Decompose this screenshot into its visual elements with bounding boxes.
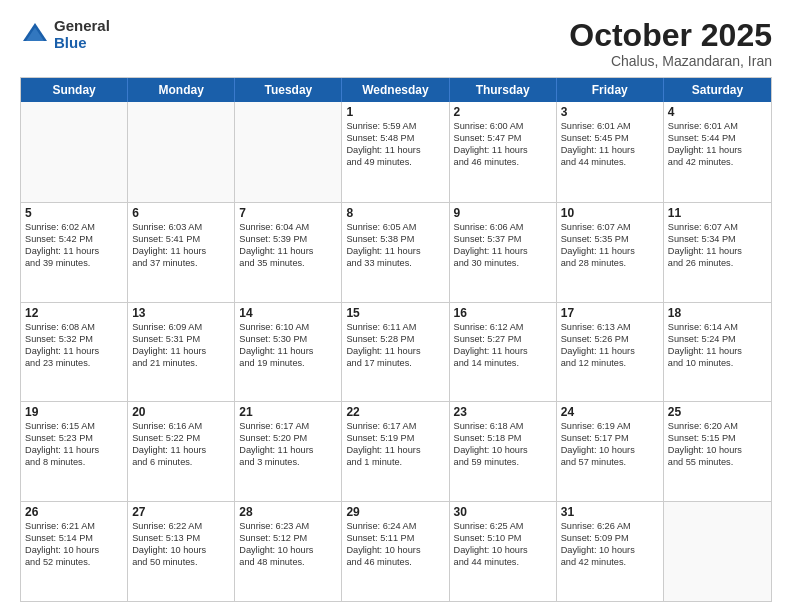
calendar-cell	[664, 502, 771, 601]
cell-info-line: Sunrise: 6:06 AM	[454, 222, 552, 234]
cell-info-line: Sunset: 5:28 PM	[346, 334, 444, 346]
cell-info-line: and 39 minutes.	[25, 258, 123, 270]
calendar-cell: 3Sunrise: 6:01 AMSunset: 5:45 PMDaylight…	[557, 102, 664, 202]
cell-info-line: Sunrise: 6:07 AM	[668, 222, 767, 234]
cell-info-line: and 19 minutes.	[239, 358, 337, 370]
cell-info-line: Sunset: 5:39 PM	[239, 234, 337, 246]
day-number: 11	[668, 206, 767, 220]
cell-info-line: Daylight: 10 hours	[454, 445, 552, 457]
calendar-cell: 19Sunrise: 6:15 AMSunset: 5:23 PMDayligh…	[21, 402, 128, 501]
cell-info-line: Daylight: 11 hours	[561, 145, 659, 157]
cell-info-line: Sunrise: 5:59 AM	[346, 121, 444, 133]
cell-info-line: Sunset: 5:23 PM	[25, 433, 123, 445]
weekday-header: Saturday	[664, 78, 771, 102]
calendar-week-row: 12Sunrise: 6:08 AMSunset: 5:32 PMDayligh…	[21, 302, 771, 402]
cell-info-line: and 12 minutes.	[561, 358, 659, 370]
calendar-week-row: 5Sunrise: 6:02 AMSunset: 5:42 PMDaylight…	[21, 202, 771, 302]
calendar-cell: 14Sunrise: 6:10 AMSunset: 5:30 PMDayligh…	[235, 303, 342, 402]
cell-info-line: Daylight: 11 hours	[346, 145, 444, 157]
day-number: 29	[346, 505, 444, 519]
day-number: 27	[132, 505, 230, 519]
cell-info-line: Daylight: 10 hours	[561, 545, 659, 557]
cell-info-line: and 59 minutes.	[454, 457, 552, 469]
cell-info-line: Daylight: 11 hours	[132, 246, 230, 258]
cell-info-line: Sunrise: 6:15 AM	[25, 421, 123, 433]
cell-info-line: and 21 minutes.	[132, 358, 230, 370]
calendar-cell: 6Sunrise: 6:03 AMSunset: 5:41 PMDaylight…	[128, 203, 235, 302]
calendar-cell: 15Sunrise: 6:11 AMSunset: 5:28 PMDayligh…	[342, 303, 449, 402]
cell-info-line: Sunset: 5:32 PM	[25, 334, 123, 346]
calendar-cell: 17Sunrise: 6:13 AMSunset: 5:26 PMDayligh…	[557, 303, 664, 402]
calendar-cell: 8Sunrise: 6:05 AMSunset: 5:38 PMDaylight…	[342, 203, 449, 302]
day-number: 5	[25, 206, 123, 220]
calendar-cell: 13Sunrise: 6:09 AMSunset: 5:31 PMDayligh…	[128, 303, 235, 402]
cell-info-line: Daylight: 11 hours	[132, 445, 230, 457]
cell-info-line: Sunrise: 6:08 AM	[25, 322, 123, 334]
day-number: 26	[25, 505, 123, 519]
cell-info-line: Sunrise: 6:04 AM	[239, 222, 337, 234]
cell-info-line: Sunrise: 6:07 AM	[561, 222, 659, 234]
cell-info-line: Sunrise: 6:02 AM	[25, 222, 123, 234]
cell-info-line: and 55 minutes.	[668, 457, 767, 469]
calendar-cell: 11Sunrise: 6:07 AMSunset: 5:34 PMDayligh…	[664, 203, 771, 302]
day-number: 28	[239, 505, 337, 519]
calendar-cell: 12Sunrise: 6:08 AMSunset: 5:32 PMDayligh…	[21, 303, 128, 402]
cell-info-line: Daylight: 11 hours	[454, 346, 552, 358]
day-number: 2	[454, 105, 552, 119]
calendar-header: SundayMondayTuesdayWednesdayThursdayFrid…	[21, 78, 771, 102]
day-number: 13	[132, 306, 230, 320]
cell-info-line: Sunset: 5:10 PM	[454, 533, 552, 545]
day-number: 14	[239, 306, 337, 320]
cell-info-line: Daylight: 10 hours	[25, 545, 123, 557]
cell-info-line: Sunrise: 6:24 AM	[346, 521, 444, 533]
logo: General Blue	[20, 18, 110, 51]
cell-info-line: Sunrise: 6:01 AM	[668, 121, 767, 133]
day-number: 21	[239, 405, 337, 419]
cell-info-line: Sunrise: 6:11 AM	[346, 322, 444, 334]
cell-info-line: and 35 minutes.	[239, 258, 337, 270]
cell-info-line: Sunrise: 6:21 AM	[25, 521, 123, 533]
day-number: 9	[454, 206, 552, 220]
cell-info-line: Sunset: 5:38 PM	[346, 234, 444, 246]
cell-info-line: Sunrise: 6:18 AM	[454, 421, 552, 433]
cell-info-line: and 1 minute.	[346, 457, 444, 469]
cell-info-line: Sunrise: 6:01 AM	[561, 121, 659, 133]
cell-info-line: Daylight: 11 hours	[561, 346, 659, 358]
cell-info-line: Sunset: 5:24 PM	[668, 334, 767, 346]
cell-info-line: Sunset: 5:30 PM	[239, 334, 337, 346]
cell-info-line: Sunrise: 6:13 AM	[561, 322, 659, 334]
cell-info-line: Daylight: 10 hours	[132, 545, 230, 557]
day-number: 6	[132, 206, 230, 220]
cell-info-line: Sunrise: 6:19 AM	[561, 421, 659, 433]
cell-info-line: and 49 minutes.	[346, 157, 444, 169]
cell-info-line: and 46 minutes.	[346, 557, 444, 569]
page: General Blue October 2025 Chalus, Mazand…	[0, 0, 792, 612]
cell-info-line: and 46 minutes.	[454, 157, 552, 169]
day-number: 16	[454, 306, 552, 320]
cell-info-line: Daylight: 11 hours	[454, 246, 552, 258]
cell-info-line: Daylight: 10 hours	[668, 445, 767, 457]
day-number: 15	[346, 306, 444, 320]
location-subtitle: Chalus, Mazandaran, Iran	[569, 53, 772, 69]
cell-info-line: Daylight: 11 hours	[346, 346, 444, 358]
cell-info-line: Sunrise: 6:00 AM	[454, 121, 552, 133]
cell-info-line: and 50 minutes.	[132, 557, 230, 569]
cell-info-line: Sunset: 5:48 PM	[346, 133, 444, 145]
weekday-header: Wednesday	[342, 78, 449, 102]
calendar-week-row: 1Sunrise: 5:59 AMSunset: 5:48 PMDaylight…	[21, 102, 771, 202]
calendar-cell: 2Sunrise: 6:00 AMSunset: 5:47 PMDaylight…	[450, 102, 557, 202]
day-number: 30	[454, 505, 552, 519]
cell-info-line: Sunrise: 6:03 AM	[132, 222, 230, 234]
calendar-cell: 5Sunrise: 6:02 AMSunset: 5:42 PMDaylight…	[21, 203, 128, 302]
calendar-cell: 21Sunrise: 6:17 AMSunset: 5:20 PMDayligh…	[235, 402, 342, 501]
cell-info-line: and 14 minutes.	[454, 358, 552, 370]
cell-info-line: Sunset: 5:22 PM	[132, 433, 230, 445]
cell-info-line: Daylight: 11 hours	[239, 246, 337, 258]
calendar-cell: 16Sunrise: 6:12 AMSunset: 5:27 PMDayligh…	[450, 303, 557, 402]
cell-info-line: Daylight: 11 hours	[668, 246, 767, 258]
cell-info-line: Sunset: 5:14 PM	[25, 533, 123, 545]
cell-info-line: and 52 minutes.	[25, 557, 123, 569]
calendar-cell: 31Sunrise: 6:26 AMSunset: 5:09 PMDayligh…	[557, 502, 664, 601]
cell-info-line: and 44 minutes.	[561, 157, 659, 169]
calendar-cell	[128, 102, 235, 202]
